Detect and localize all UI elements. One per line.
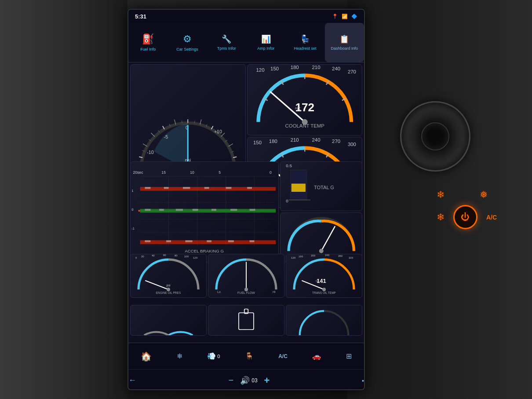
ac-label: A/C bbox=[486, 214, 497, 221]
svg-text:40: 40 bbox=[152, 254, 155, 257]
svg-rect-104 bbox=[185, 240, 192, 242]
status-bar: 5:31 📍 📶 🔷 bbox=[128, 10, 364, 23]
ac-power-button[interactable]: ⏻ bbox=[453, 205, 477, 229]
svg-rect-101 bbox=[247, 187, 252, 188]
right-col2: 0.5 0 TOTAL G bbox=[280, 161, 363, 263]
total-g-gauge: 0.5 0 TOTAL G bbox=[280, 161, 363, 211]
coolant-temp-svg: 120 150 180 210 240 270 bbox=[248, 65, 362, 135]
car-background: ❄ ❅ ❄ ⏻ A/C 5:31 📍 📶 🔷 bbox=[0, 0, 532, 399]
accel-braking-gauge: 20sec 15 10 5 0 1 0 -1 bbox=[130, 161, 279, 263]
svg-text:240: 240 bbox=[332, 66, 340, 71]
volume-bar: ← − 🔊 03 + ▪ bbox=[128, 369, 364, 390]
back-button[interactable]: ← bbox=[128, 376, 136, 385]
car-interior-left bbox=[0, 0, 128, 399]
svg-rect-106 bbox=[228, 240, 234, 242]
car-settings-label: Car Settings bbox=[176, 47, 198, 51]
svg-rect-94 bbox=[230, 209, 237, 210]
car-interior-right: ❄ ❅ ❄ ⏻ A/C bbox=[347, 0, 532, 399]
ac-row-2: ❄ ⏻ A/C bbox=[437, 205, 497, 229]
svg-text:0: 0 bbox=[286, 198, 288, 203]
fan-icon: ❄ bbox=[437, 189, 445, 201]
svg-rect-148 bbox=[239, 313, 254, 329]
volume-minus[interactable]: − bbox=[229, 375, 234, 385]
svg-text:20: 20 bbox=[141, 255, 144, 258]
svg-text:+10: +10 bbox=[214, 129, 222, 134]
fuel-icon: ⛽ bbox=[142, 33, 154, 45]
svg-rect-107 bbox=[250, 240, 255, 242]
svg-text:80: 80 bbox=[175, 254, 178, 257]
svg-text:1: 1 bbox=[131, 188, 133, 192]
svg-text:0.5: 0.5 bbox=[286, 163, 292, 168]
svg-rect-97 bbox=[164, 187, 169, 188]
ac-row-1: ❄ ❅ bbox=[437, 189, 497, 201]
defrost-button[interactable]: ❄ bbox=[177, 352, 182, 360]
row4-gauge2 bbox=[208, 305, 284, 336]
svg-text:240: 240 bbox=[312, 137, 320, 143]
snowflake-icon: ❅ bbox=[480, 189, 488, 201]
svg-text:240: 240 bbox=[325, 254, 330, 256]
headrest-icon: 💺 bbox=[300, 34, 310, 44]
svg-text:120: 120 bbox=[193, 256, 198, 259]
svg-text:300: 300 bbox=[347, 141, 356, 146]
corner-grid-button[interactable]: ▪ bbox=[362, 377, 364, 384]
row2: 20sec 15 10 5 0 1 0 -1 bbox=[130, 161, 362, 247]
svg-text:180: 180 bbox=[290, 65, 299, 70]
svg-text:°F: °F bbox=[295, 106, 300, 113]
svg-point-144 bbox=[322, 288, 326, 291]
svg-rect-91 bbox=[176, 209, 183, 210]
svg-text:150: 150 bbox=[270, 66, 279, 71]
svg-text:5: 5 bbox=[219, 170, 221, 174]
volume-level: 03 bbox=[251, 377, 257, 384]
fan-control[interactable]: 💨 0 bbox=[207, 352, 220, 360]
dashboard-label: Dashboard Info bbox=[331, 46, 358, 51]
row4-gauge2-svg bbox=[208, 305, 284, 335]
ac-controls: ❄ ❅ ❄ ⏻ A/C bbox=[437, 189, 497, 229]
tab-amp-infor[interactable]: 📊 Amp Infor bbox=[246, 23, 285, 62]
svg-rect-95 bbox=[250, 209, 255, 210]
fan-icon-nav: 💨 bbox=[207, 352, 216, 360]
fuel-flow-gauge: Lo Hi FUEL FLOW bbox=[208, 254, 284, 298]
tab-fuel-info[interactable]: ⛽ Fuel Info bbox=[128, 23, 168, 62]
home-button[interactable]: 🏠 bbox=[141, 351, 152, 362]
seat-button[interactable]: 🪑 bbox=[245, 352, 254, 360]
ac-nav-button[interactable]: A/C bbox=[278, 353, 288, 359]
volume-controls: − 🔊 03 + bbox=[143, 375, 355, 386]
svg-text:-10: -10 bbox=[147, 150, 153, 155]
fuel-info-label: Fuel Info bbox=[140, 47, 156, 51]
svg-line-116 bbox=[321, 227, 335, 251]
tab-tpms-infor[interactable]: 🔧 Tpms Infor bbox=[207, 23, 246, 62]
svg-rect-90 bbox=[159, 209, 164, 210]
svg-text:180: 180 bbox=[269, 139, 277, 144]
svg-point-133 bbox=[244, 288, 248, 291]
svg-rect-112 bbox=[291, 183, 305, 192]
coolant-temp-gauge: 120 150 180 210 240 270 bbox=[247, 64, 363, 135]
svg-text:0: 0 bbox=[131, 208, 133, 212]
svg-text:-1: -1 bbox=[131, 227, 135, 231]
svg-line-3 bbox=[151, 133, 155, 136]
row4-gauge1 bbox=[130, 305, 207, 336]
volume-plus[interactable]: + bbox=[264, 375, 270, 386]
bottom-nav: 🏠 ❄ 💨 0 🪑 A/C 🚗 ⊞ bbox=[128, 343, 364, 369]
tpms-icon: 🔧 bbox=[222, 34, 231, 44]
svg-text:FUEL FLOW: FUEL FLOW bbox=[237, 291, 255, 294]
tab-car-settings[interactable]: ⚙ Car Settings bbox=[168, 23, 207, 62]
headrest-label: Headrest set bbox=[294, 46, 316, 51]
svg-text:60: 60 bbox=[163, 254, 166, 256]
svg-text:280: 280 bbox=[338, 255, 343, 257]
svg-rect-105 bbox=[207, 240, 211, 242]
car-button[interactable]: 🚗 bbox=[312, 352, 321, 360]
svg-text:COOLANT TEMP: COOLANT TEMP bbox=[285, 123, 324, 128]
svg-point-129 bbox=[167, 288, 170, 291]
row1: -15 -10 -5 0 +10 +20 psi bbox=[130, 64, 362, 154]
svg-text:TOTAL G: TOTAL G bbox=[313, 184, 334, 190]
svg-text:°F: °F bbox=[315, 280, 318, 283]
grid-button[interactable]: ⊞ bbox=[346, 352, 352, 360]
tab-headrest-set[interactable]: 💺 Headrest set bbox=[285, 23, 324, 62]
svg-text:120: 120 bbox=[291, 256, 296, 259]
svg-text:20sec: 20sec bbox=[133, 170, 143, 174]
svg-text:psi: psi bbox=[167, 284, 171, 287]
svg-rect-96 bbox=[145, 187, 150, 188]
svg-line-128 bbox=[146, 281, 168, 289]
tab-dashboard-info[interactable]: 📋 Dashboard Info bbox=[325, 23, 364, 62]
svg-text:Hi: Hi bbox=[273, 290, 276, 293]
